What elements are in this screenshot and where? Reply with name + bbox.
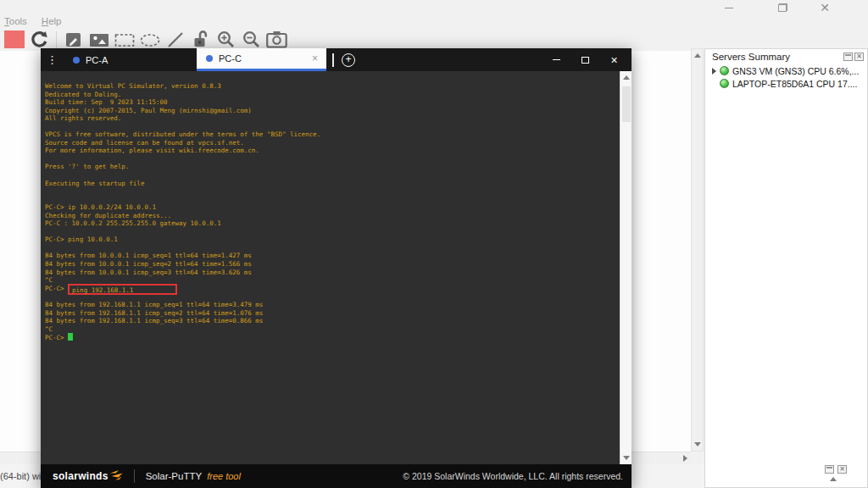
terminal[interactable]: Welcome to Virtual PC Simulator, version… <box>41 71 632 464</box>
bottom-dock-buttons: ✕ <box>823 465 847 474</box>
panel-close-button[interactable]: ✕ <box>837 465 847 474</box>
scrollbar-thumb[interactable] <box>622 86 631 122</box>
scroll-down-icon[interactable] <box>694 442 701 446</box>
screen: ✕ Tools Help <box>0 0 868 488</box>
terminal-line <box>45 171 632 180</box>
add-note-icon[interactable] <box>63 30 84 49</box>
terminal-line: 84 bytes from 10.0.0.1 icmp_seq=3 ttl=64… <box>45 269 632 277</box>
gns3-restore-button[interactable] <box>770 2 795 14</box>
servers-summary-title: Servers Summary <box>712 52 842 62</box>
solarwinds-mark-icon <box>110 469 123 480</box>
terminal-line: ^C <box>45 325 632 334</box>
server-label: LAPTOP-ET85D6A1 CPU 17.... <box>732 79 857 89</box>
terminal-line <box>45 244 632 252</box>
solar-putty-window: ⋮ PC-A PC-C × + × Welcome to Virtual PC … <box>41 48 632 488</box>
menu-tools[interactable]: Tools <box>4 16 27 26</box>
putty-window-controls: × <box>547 48 632 71</box>
maximize-icon <box>581 57 589 64</box>
panel-float-button[interactable] <box>825 465 834 474</box>
terminal-line: Executing the startup file <box>45 180 632 188</box>
server-status-icon <box>720 66 729 75</box>
terminal-line: VPCS is free software, distributed under… <box>45 130 632 139</box>
terminal-line: Checking for duplicate address... <box>45 212 632 220</box>
terminal-line: PC-C> <box>45 333 632 341</box>
zoom-in-icon[interactable] <box>215 30 236 49</box>
terminal-line: 84 bytes from 10.0.0.1 icmp_seq=2 ttl=64… <box>45 260 632 269</box>
tabbar-spacer <box>355 48 547 71</box>
minimize-icon <box>725 8 733 8</box>
tab-pc-a[interactable]: PC-A <box>64 48 197 71</box>
terminal-line: PC-C> ping 192.168.1.1 <box>45 285 632 293</box>
gns3-minimize-button[interactable] <box>716 2 742 14</box>
panel-close-button[interactable]: ✕ <box>854 53 864 61</box>
server-label: GNS3 VM (GNS3) CPU 6.6%,... <box>732 66 859 76</box>
terminal-line: Build time: Sep 9 2023 11:15:00 <box>45 98 632 107</box>
draw-rectangle-icon[interactable] <box>114 30 135 49</box>
servers-summary-header: Servers Summary ✕ <box>705 49 867 64</box>
refresh-icon[interactable] <box>29 30 50 49</box>
minimize-icon <box>553 59 560 61</box>
session-status-icon <box>73 57 80 64</box>
putty-minimize-button[interactable] <box>547 52 566 69</box>
product-name: Solar-PuTTY <box>146 471 202 481</box>
terminal-line: PC-C> ip 10.0.0.2/24 10.0.0.1 <box>45 203 632 212</box>
zoom-out-icon[interactable] <box>241 30 262 49</box>
menu-help[interactable]: Help <box>42 16 62 26</box>
terminal-line: 84 bytes from 192.168.1.1 icmp_seq=1 ttl… <box>45 301 632 309</box>
footer-divider <box>134 469 135 483</box>
gns3-toolbar <box>0 28 868 51</box>
servers-summary-panel: Servers Summary ✕ GNS3 VM (GNS3) CPU 6.6… <box>704 48 868 488</box>
terminal-line: PC-C : 10.0.0.2 255.255.255.0 gateway 10… <box>45 219 632 228</box>
tab-label: PC-C <box>219 53 242 64</box>
insert-image-icon[interactable] <box>88 30 109 49</box>
draw-line-icon[interactable] <box>164 30 186 49</box>
terminal-line <box>45 155 632 164</box>
scroll-right-icon[interactable] <box>683 455 687 462</box>
scroll-up-icon[interactable] <box>694 53 701 58</box>
putty-tabbar: ⋮ PC-A PC-C × + × <box>41 48 632 71</box>
gns3-close-button[interactable]: ✕ <box>812 2 837 14</box>
kebab-menu-icon[interactable]: ⋮ <box>41 48 64 71</box>
color-swatch-icon[interactable] <box>3 30 25 49</box>
toolbar-separator <box>56 31 57 48</box>
terminal-line: For more information, please visit wiki.… <box>45 147 632 155</box>
terminal-line: All rights reserved. <box>45 114 632 123</box>
terminal-line <box>45 228 632 236</box>
terminal-cursor <box>68 333 73 341</box>
canvas-vertical-scrollbar[interactable] <box>691 48 704 452</box>
tab-pc-c[interactable]: PC-C × <box>197 48 326 71</box>
gns3-titlebar: ✕ <box>0 0 868 14</box>
new-tab-button[interactable]: + <box>342 53 355 67</box>
highlight-annotation-box: ping 192.168.1.1 <box>68 284 177 295</box>
terminal-line <box>45 196 632 204</box>
terminal-line: Welcome to Virtual PC Simulator, version… <box>45 82 632 91</box>
server-row-gns3-vm[interactable]: GNS3 VM (GNS3) CPU 6.6%,... <box>705 64 867 77</box>
tab-close-icon[interactable]: × <box>312 54 318 63</box>
terminal-line <box>45 123 632 131</box>
scroll-up-icon[interactable] <box>623 75 630 80</box>
server-row-laptop[interactable]: LAPTOP-ET85D6A1 CPU 17.... <box>705 77 867 90</box>
putty-close-button[interactable]: × <box>604 52 624 69</box>
terminal-line: Copyright (c) 2007-2015, Paul Meng (mirn… <box>45 107 632 115</box>
putty-footer: solarwinds Solar-PuTTY free tool © 2019 … <box>41 464 632 488</box>
draw-ellipse-icon[interactable] <box>139 30 160 49</box>
terminal-line: 84 bytes from 192.168.1.1 icmp_seq=3 ttl… <box>45 317 632 325</box>
red-swatch <box>4 30 25 48</box>
terminal-line: 84 bytes from 10.0.0.1 icmp_seq=1 ttl=64… <box>45 252 632 260</box>
terminal-line: 84 bytes from 192.168.1.1 icmp_seq=2 ttl… <box>45 309 632 318</box>
unlock-icon[interactable] <box>190 30 211 49</box>
expand-arrow-icon[interactable] <box>712 68 716 75</box>
restore-icon <box>778 3 787 12</box>
solarwinds-logo: solarwinds <box>53 470 108 482</box>
panel-float-button[interactable] <box>843 53 853 61</box>
terminal-output: Welcome to Virtual PC Simulator, version… <box>41 71 632 341</box>
terminal-scrollbar[interactable] <box>620 71 632 464</box>
putty-maximize-button[interactable] <box>576 52 595 69</box>
scroll-up-icon[interactable] <box>830 477 837 481</box>
tabbar-separator <box>332 53 334 67</box>
gns3-menubar: Tools Help <box>0 14 868 28</box>
terminal-line <box>45 187 632 196</box>
scroll-down-icon[interactable] <box>623 456 630 460</box>
screenshot-icon[interactable] <box>266 30 287 49</box>
copyright-text: © 2019 SolarWinds Worldwide, LLC. All ri… <box>403 471 623 481</box>
